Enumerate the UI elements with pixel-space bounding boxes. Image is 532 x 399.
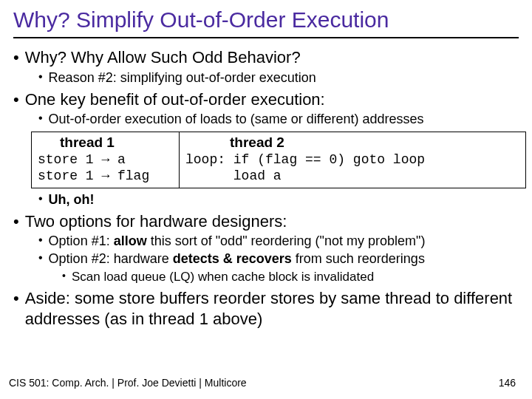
- code-table: thread 1 store 1 → a store 1 → flag thre…: [31, 132, 526, 188]
- slide-title: Why? Simplify Out-of-Order Execution: [13, 7, 519, 38]
- code-line: load a: [185, 168, 521, 185]
- bullet-dot: •: [62, 269, 66, 282]
- bullet-list: •Why? Why Allow Such Odd Behavior? •Reas…: [13, 47, 519, 129]
- bullet-dot: •: [13, 47, 19, 68]
- bullet-dot: •: [13, 288, 19, 309]
- code-line: loop: if (flag == 0) goto loop: [185, 151, 521, 168]
- bullet-text: Why? Why Allow Such Odd Behavior?: [25, 47, 301, 68]
- bullet-text: Uh, oh!: [49, 191, 95, 208]
- bullet-text: Scan load queue (LQ) when cache block is…: [72, 269, 374, 285]
- bullet-dot: •: [13, 89, 19, 110]
- footer-left: CIS 501: Comp. Arch. | Prof. Joe Deviett…: [9, 377, 247, 389]
- bullet-dot: •: [13, 211, 19, 232]
- bullet-text: Option #1: allow this sort of "odd" reor…: [49, 233, 426, 250]
- bullet-dot: •: [38, 233, 43, 248]
- bullet-text: One key benefit of out-of-order executio…: [25, 89, 325, 110]
- thread2-header: thread 2: [185, 134, 521, 151]
- bullet-text: Two options for hardware designers:: [25, 211, 287, 232]
- slide-footer: CIS 501: Comp. Arch. | Prof. Joe Deviett…: [0, 377, 532, 389]
- page-number: 146: [499, 377, 516, 389]
- bullet-list-cont: •Uh, oh! •Two options for hardware desig…: [13, 191, 519, 330]
- bullet-dot: •: [38, 191, 43, 207]
- bullet-dot: •: [38, 111, 43, 126]
- bullet-text: Reason #2: simplifying out-of-order exec…: [49, 69, 316, 86]
- bullet-dot: •: [38, 250, 43, 266]
- code-line: store 1 → flag: [38, 168, 174, 185]
- bullet-text: Aside: some store buffers reorder stores…: [25, 288, 519, 329]
- bullet-dot: •: [38, 69, 43, 85]
- thread1-header: thread 1: [38, 134, 174, 151]
- bullet-text: Out-of-order execution of loads to (same…: [49, 111, 424, 128]
- code-line: store 1 → a: [38, 151, 174, 168]
- bullet-text: Option #2: hardware detects & recovers f…: [49, 250, 425, 267]
